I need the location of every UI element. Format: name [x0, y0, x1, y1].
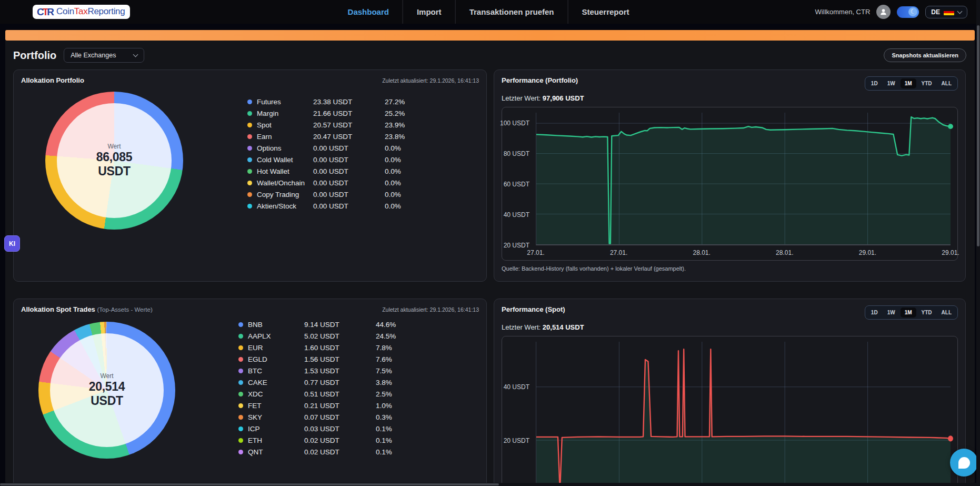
spot-performance-chart[interactable]: 0 USDT20 USDT40 USDT 26.01.27.01.28.01.2… — [502, 336, 958, 486]
legend-value: 0.00 USDT — [313, 202, 385, 210]
user-avatar[interactable] — [876, 5, 891, 19]
range-button-1d[interactable]: 1D — [867, 78, 882, 88]
nav-item-import[interactable]: Import — [403, 0, 455, 24]
legend-label: Futures — [257, 98, 313, 106]
range-button-1m[interactable]: 1M — [901, 78, 916, 88]
legend-item-btc: BTC1.53 USDT7.5% — [238, 365, 396, 376]
chat-widget-button[interactable] — [950, 449, 978, 477]
ki-assistant-button[interactable]: KI — [4, 235, 20, 252]
legend-percent: 0.0% — [385, 191, 401, 199]
german-flag-icon — [944, 9, 954, 15]
legend-value: 0.21 USDT — [304, 402, 376, 410]
legend-color-dot — [247, 100, 252, 104]
plot-area — [536, 342, 951, 486]
legend-item-options: Options0.00 USDT0.0% — [247, 142, 405, 154]
nav-item-transaktionen-pruefen[interactable]: Transaktionen pruefen — [456, 0, 568, 24]
nav-item-dashboard[interactable]: Dashboard — [334, 0, 403, 24]
range-button-ytd[interactable]: YTD — [917, 308, 936, 318]
horizontal-scrollbar-thumb[interactable] — [0, 483, 499, 485]
performance-portfolio-card: Performance (Portfolio) 1D1W1MYTDALL Let… — [494, 70, 966, 282]
legend-label: Options — [257, 144, 313, 152]
legend-value: 0.77 USDT — [304, 379, 376, 386]
legend-percent: 25.2% — [385, 110, 405, 117]
y-axis-label: 40 USDT — [504, 211, 529, 219]
range-button-1d[interactable]: 1D — [867, 308, 882, 318]
legend-color-dot — [238, 450, 243, 454]
x-axis-label: 27.01. — [610, 249, 627, 256]
legend-label: EGLD — [248, 355, 304, 363]
legend-label: SKY — [248, 413, 304, 421]
legend-percent: 0.1% — [376, 448, 392, 456]
range-button-1m[interactable]: 1M — [901, 308, 916, 318]
legend-color-dot — [238, 357, 243, 362]
legend-label: Margin — [257, 110, 313, 117]
legend-item-qnt: QNT0.02 USDT0.1% — [238, 446, 396, 458]
legend-label: CAKE — [248, 379, 304, 386]
legend-label: AAPLX — [248, 332, 304, 340]
legend-value: 20.47 USDT — [313, 133, 385, 141]
donut-center-value: 20,514 USDT — [73, 380, 141, 408]
legend-label: FET — [248, 402, 304, 410]
portfolio-performance-chart[interactable]: 20 USDT40 USDT60 USDT80 USDT100 USDT 27.… — [502, 107, 958, 261]
range-button-all[interactable]: ALL — [937, 78, 956, 88]
legend-label: XDC — [248, 390, 304, 398]
legend-value: 0.00 USDT — [313, 179, 385, 187]
legend-percent: 0.0% — [385, 156, 401, 164]
page-title: Portfolio — [13, 49, 56, 62]
legend-value: 0.00 USDT — [313, 144, 385, 152]
legend-value: 0.02 USDT — [304, 448, 376, 456]
ctr-logo-icon: CTR — [37, 7, 53, 17]
legend-item-icp: ICP0.03 USDT0.1% — [238, 423, 396, 434]
spot-donut-chart: Wert 20,514 USDT — [38, 322, 175, 459]
last-value-row: Letzter Wert: 20,514 USDT — [502, 323, 958, 331]
exchange-filter-select[interactable]: Alle Exchanges — [64, 48, 144, 63]
language-code: DE — [931, 8, 940, 16]
legend-item-sky: SKY0.07 USDT0.3% — [238, 411, 396, 423]
legend-percent: 3.8% — [376, 379, 392, 386]
allocation-spot-card: Allokation Spot Trades (Top-Assets - Wer… — [13, 299, 487, 486]
legend-color-dot — [238, 415, 243, 420]
legend-percent: 0.0% — [385, 202, 401, 210]
range-button-all[interactable]: ALL — [937, 308, 956, 318]
horizontal-scrollbar[interactable] — [0, 483, 976, 486]
legend-percent: 27.2% — [385, 98, 405, 106]
line-chart-svg — [536, 342, 951, 486]
legend-item-cold-wallet: Cold Wallet0.00 USDT0.0% — [247, 154, 405, 165]
app-logo[interactable]: CTR CoinTaxReporting — [33, 5, 130, 19]
legend-color-dot — [247, 111, 252, 116]
y-axis-label: 40 USDT — [504, 383, 529, 391]
legend-percent: 23.8% — [385, 133, 405, 141]
legend-value: 0.00 USDT — [313, 191, 385, 199]
legend-label: EUR — [248, 344, 304, 352]
legend-color-dot — [247, 192, 252, 197]
x-axis-label: 28.01. — [776, 249, 793, 256]
language-selector[interactable]: DE — [925, 6, 967, 18]
last-updated-timestamp: Zuletzt aktualisiert: 29.1.2026, 16:41:1… — [382, 76, 479, 84]
app-logo-text: CoinTaxReporting — [56, 6, 125, 17]
range-button-1w[interactable]: 1W — [883, 78, 899, 88]
legend-color-dot — [247, 123, 252, 127]
vertical-scrollbar-thumb[interactable] — [977, 25, 979, 246]
legend-value: 1.60 USDT — [304, 344, 376, 352]
snapshots-refresh-button[interactable]: Snapshots aktualisieren — [884, 48, 966, 62]
dark-mode-toggle[interactable]: ☾ — [897, 6, 919, 18]
legend-value: 20.57 USDT — [313, 121, 385, 129]
nav-item-steuerreport[interactable]: Steuerreport — [568, 0, 643, 24]
range-button-1w[interactable]: 1W — [883, 308, 899, 318]
x-axis-label: 27.01. — [527, 249, 544, 256]
legend-label: Earn — [257, 133, 313, 141]
legend-value: 21.66 USDT — [313, 110, 385, 117]
legend-percent: 23.9% — [385, 121, 405, 129]
legend-percent: 44.6% — [376, 321, 396, 329]
last-value: 20,514 USDT — [543, 323, 584, 331]
range-button-ytd[interactable]: YTD — [917, 78, 936, 88]
y-axis-label: 80 USDT — [504, 150, 529, 157]
legend-percent: 0.1% — [376, 425, 392, 433]
legend-label: ICP — [248, 425, 304, 433]
moon-icon: ☾ — [908, 7, 917, 16]
vertical-scrollbar[interactable] — [976, 0, 980, 486]
legend-percent: 0.0% — [385, 167, 401, 175]
legend-item-futures: Futures23.38 USDT27.2% — [247, 96, 405, 107]
chevron-down-icon — [957, 8, 963, 14]
performance-spot-card: Performance (Spot) 1D1W1MYTDALL Letzter … — [494, 299, 966, 486]
